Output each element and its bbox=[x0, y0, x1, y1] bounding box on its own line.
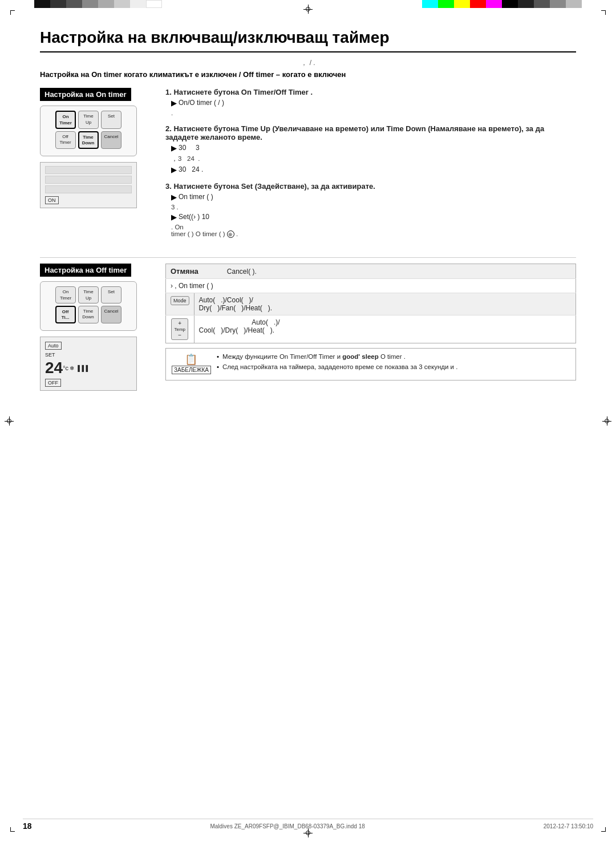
footer-date: 2012-12-7 13:50:10 bbox=[544, 823, 593, 829]
subtitle-line: ， / . bbox=[40, 58, 576, 68]
off-timer-section: Настройка на Off timer On Timer Time Up … bbox=[40, 264, 576, 391]
mode-icon-box: Mode bbox=[171, 296, 189, 305]
display-deg: °c bbox=[63, 365, 68, 371]
display-line-3 bbox=[45, 185, 132, 193]
off-timer-remote: On Timer Time Up Set Off Ti... Time Down bbox=[40, 281, 137, 331]
note-icon: 📋 ЗАБЕЛЕЖКА bbox=[172, 353, 211, 375]
display-temp-row: SET 24 °c ❄ ▐▐▐ bbox=[45, 352, 132, 377]
time-down-btn[interactable]: Time Down bbox=[78, 131, 99, 149]
page-footer: 18 Maldives ZE_AR09FSFP@_IBIM_DB68-03379… bbox=[23, 819, 593, 831]
display-set-label: SET bbox=[45, 352, 132, 358]
step-2-subnote-1: ，3 24 . bbox=[171, 155, 576, 163]
subtitle-bold: Настройка на On timer когато климатикът … bbox=[40, 70, 576, 79]
arrow-sym-3b: ▶ bbox=[171, 213, 176, 221]
step-2-arrow-1: ▶ 30 3 bbox=[171, 144, 576, 152]
page-content: Настройка на включващ/изключващ таймер ，… bbox=[23, 17, 593, 819]
cancel-cell: Отмяна Cancel( ). bbox=[166, 264, 576, 279]
arrow-sym-2b: ▶ bbox=[171, 166, 176, 174]
temp-icon-cell: + Temp − bbox=[166, 315, 194, 343]
display-on-badge: ON bbox=[45, 196, 59, 204]
section-divider bbox=[40, 257, 576, 258]
bullet-2: • bbox=[217, 363, 219, 370]
cancel-value bbox=[200, 268, 225, 276]
step-2-num: 2. bbox=[165, 124, 172, 133]
off-timer-btn-2[interactable]: Off Ti... bbox=[55, 306, 76, 324]
reg-mark-right bbox=[602, 416, 611, 426]
arrow-sym-3a: ▶ bbox=[171, 193, 176, 201]
table-row-cancel: Отмяна Cancel( ). bbox=[166, 264, 576, 279]
cancel-paren: Cancel( ). bbox=[227, 268, 257, 276]
step-3-subnote-3: timer ( ) О timer ( ) ⊕ . bbox=[171, 230, 576, 238]
gray-swatches bbox=[34, 0, 162, 8]
step-1-num: 1. bbox=[165, 88, 172, 96]
instruction-list: 1. Натиснете бутона On Timer/Off Timer .… bbox=[165, 88, 576, 238]
step-2-arrow-2-text: 30 24 . bbox=[179, 165, 203, 173]
display-line-2 bbox=[45, 176, 132, 184]
arrow-sym-1: ▶ bbox=[171, 99, 176, 107]
cancel-word: Отмяна bbox=[171, 267, 198, 276]
corner-mark-tr bbox=[601, 10, 606, 15]
bullet-1: • bbox=[217, 353, 219, 360]
temp-text-cell: Auto( .)/ Cool( )/Dry( )/Heat( ). bbox=[194, 315, 576, 343]
instruction-2: 2. Натиснете бутона Time Up (Увеличаване… bbox=[165, 124, 576, 174]
off-time-down-btn[interactable]: Time Down bbox=[78, 306, 99, 324]
off-timer-left-panel: Настройка на Off timer On Timer Time Up … bbox=[40, 264, 154, 391]
table-row-ontimer: › , On timer ( ) bbox=[166, 279, 576, 293]
step-3-text: Натиснете бутона Set (Задействане), за д… bbox=[173, 182, 375, 191]
display-icons: ❄ ▐▐▐ bbox=[70, 365, 88, 371]
on-timer-btn[interactable]: On Timer bbox=[55, 111, 76, 129]
step-3-subnote-2: . On bbox=[171, 224, 576, 230]
on-timer-label: Настройка на On timer bbox=[40, 88, 131, 101]
instruction-3: 3. Натиснете бутона Set (Задействане), з… bbox=[165, 182, 576, 238]
instruction-1: 1. Натиснете бутона On Timer/Off Timer .… bbox=[165, 88, 576, 116]
ontimer-cell: › , On timer ( ) bbox=[166, 279, 576, 293]
off-timer-display: Auto SET 24 °c ❄ ▐▐▐ OFF bbox=[40, 337, 137, 391]
note-item-1: • Между функциите On Timer/Off Timer и g… bbox=[217, 353, 570, 360]
note-content: • Между функциите On Timer/Off Timer и g… bbox=[217, 353, 570, 374]
note-icon-label: ЗАБЕЛЕЖКА bbox=[172, 366, 211, 374]
page-title: Настройка на включващ/изключващ таймер bbox=[40, 29, 576, 52]
off-cancel-btn[interactable]: Cancel bbox=[101, 306, 122, 324]
step-3-subnote-1: 3 . bbox=[171, 204, 576, 211]
note-text-1: Между функциите On Timer/Off Timer и goo… bbox=[222, 353, 406, 360]
mode-text-cell: Auto( .)/Cool( )/ Dry( )/Fan( )/Heat( ). bbox=[194, 293, 576, 315]
table-row-mode: Mode Auto( .)/Cool( )/ Dry( )/Fan( )/Hea… bbox=[166, 293, 576, 315]
step-1-text: Натиснете бутона On Timer/Off Timer . bbox=[173, 88, 313, 96]
off-remote-row-2: Off Ti... Time Down Cancel bbox=[45, 306, 132, 324]
arrow-sym-2a: ▶ bbox=[171, 144, 176, 152]
off-on-timer-btn[interactable]: On Timer bbox=[55, 286, 76, 303]
temp-icon-box: + Temp − bbox=[171, 318, 188, 340]
page-number: 18 bbox=[23, 821, 32, 831]
display-off-badge: OFF bbox=[45, 379, 61, 387]
off-timer-table: Отмяна Cancel( ). › , On timer ( ) bbox=[165, 264, 576, 343]
reg-mark-top bbox=[303, 5, 313, 14]
note-box: 📋 ЗАБЕЛЕЖКА • Между функциите On Timer/O… bbox=[165, 348, 576, 380]
display-line-1 bbox=[45, 166, 132, 174]
note-item-2: • След настройката на таймера, зададенот… bbox=[217, 363, 570, 370]
corner-mark-br bbox=[601, 827, 606, 832]
step-2-arrow-2: ▶ 30 24 . bbox=[171, 165, 576, 174]
on-timer-instructions: 1. Натиснете бутона On Timer/Off Timer .… bbox=[165, 88, 576, 246]
step-3-arrow-2-text: Set((› ) 10 bbox=[179, 213, 209, 221]
on-timer-remote: On Timer Time Up Set Off Timer Time Down bbox=[40, 106, 137, 156]
time-up-btn[interactable]: Time Up bbox=[78, 111, 99, 129]
display-temp-value: 24 bbox=[45, 359, 63, 377]
set-btn[interactable]: Set bbox=[101, 111, 121, 129]
step-3-arrow-1: ▶ On timer ( ) bbox=[171, 193, 576, 201]
color-swatches bbox=[422, 0, 582, 8]
remote-row-2: Off Timer Time Down Cancel bbox=[45, 131, 132, 149]
off-time-up-btn[interactable]: Time Up bbox=[78, 286, 99, 303]
table-row-temp: + Temp − Auto( .)/ Cool( )/Dry( )/Heat( … bbox=[166, 315, 576, 343]
off-remote-row-1: On Timer Time Up Set bbox=[45, 286, 132, 303]
mode-icon-cell: Mode bbox=[166, 293, 194, 315]
step-2-arrow-1-text: 30 3 bbox=[179, 144, 200, 152]
off-timer-btn[interactable]: Off Timer bbox=[55, 131, 76, 149]
step-1-arrow-text: On/О timer ( / ) bbox=[179, 99, 224, 107]
remote-row-1: On Timer Time Up Set bbox=[45, 111, 132, 129]
corner-mark-bl bbox=[10, 827, 15, 832]
cancel-btn[interactable]: Cancel bbox=[101, 131, 122, 149]
off-timer-right-panel: Отмяна Cancel( ). › , On timer ( ) bbox=[165, 264, 576, 391]
off-set-btn[interactable]: Set bbox=[101, 286, 121, 303]
step-3-arrow-2: ▶ Set((› ) 10 bbox=[171, 213, 576, 221]
on-timer-left-panel: Настройка на On timer On Timer Time Up S… bbox=[40, 88, 154, 246]
